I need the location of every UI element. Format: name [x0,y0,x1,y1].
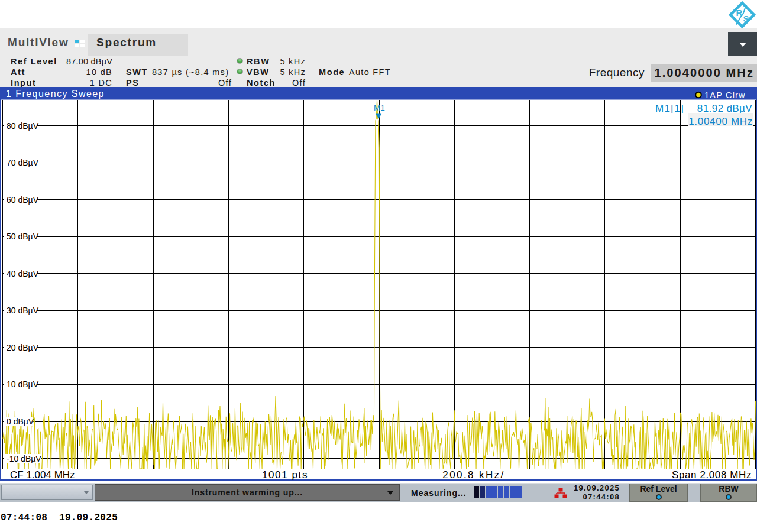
svg-text:S: S [743,14,749,24]
svg-text:M1: M1 [374,103,385,112]
svg-text:20 dBµV: 20 dBµV [7,343,39,352]
svg-text:1AP Clrw: 1AP Clrw [704,90,746,100]
svg-text:0 dBµV: 0 dBµV [7,417,34,426]
svg-text:CF 1.004 MHz: CF 1.004 MHz [10,469,75,481]
svg-text:R: R [736,8,743,18]
svg-text:M1[1]: M1[1] [655,103,684,114]
svg-text:-10 dBµV: -10 dBµV [7,454,41,463]
svg-text:70 dBµV: 70 dBµV [7,158,39,167]
svg-text:Span 2.008 MHz: Span 2.008 MHz [672,469,752,481]
svg-text:1001 pts: 1001 pts [262,469,308,481]
svg-text:60 dBµV: 60 dBµV [7,195,39,205]
svg-text:30 dBµV: 30 dBµV [7,306,39,315]
svg-text:50 dBµV: 50 dBµV [7,232,39,241]
svg-text:80 dBµV: 80 dBµV [7,121,39,131]
svg-text:40 dBµV: 40 dBµV [7,269,39,278]
svg-text:81.92 dBµV: 81.92 dBµV [697,103,752,114]
svg-text:1 Frequency Sweep: 1 Frequency Sweep [6,89,105,99]
svg-text:1.00400 MHz: 1.00400 MHz [688,116,753,127]
svg-text:10 dBµV: 10 dBµV [7,379,39,389]
svg-text:200.8 kHz/: 200.8 kHz/ [442,469,504,481]
